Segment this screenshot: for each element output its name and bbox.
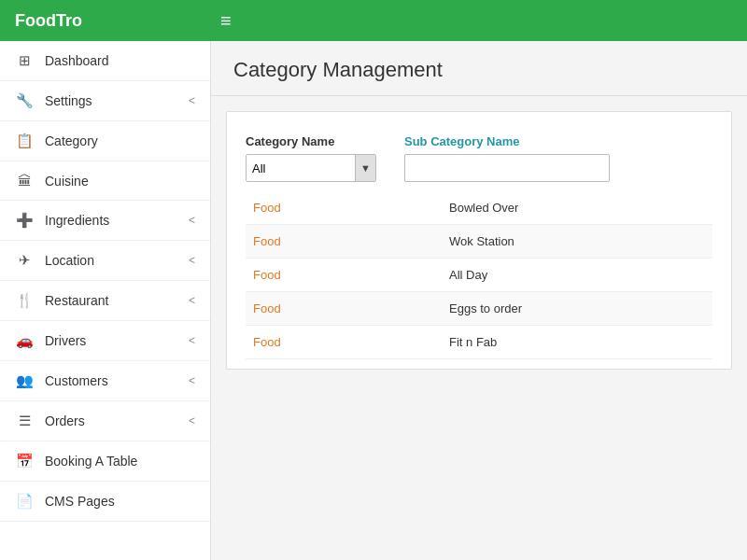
settings-icon: 🔧 [15,92,34,109]
sidebar-item-label-orders: Orders [45,413,189,428]
restaurant-icon: 🍴 [15,292,34,309]
category-filter-col: Category Name AllFoodDrinksDesserts ▼ [246,134,376,182]
sub-category-cell: Wok Station [442,225,712,259]
cuisine-icon: 🏛 [15,173,34,189]
sidebar-item-label-cuisine: Cuisine [45,174,195,189]
brand-logo: FoodTro [15,11,211,31]
table-row: FoodWok Station [246,225,712,259]
main-layout: ⊞Dashboard🔧Settings<📋Category🏛Cuisine➕In… [0,41,747,560]
sidebar: ⊞Dashboard🔧Settings<📋Category🏛Cuisine➕In… [0,41,211,560]
sub-category-name-label: Sub Category Name [404,134,610,148]
sidebar-item-category[interactable]: 📋Category [0,121,210,161]
sidebar-item-cms[interactable]: 📄CMS Pages [0,482,210,522]
sidebar-item-drivers[interactable]: 🚗Drivers< [0,321,210,361]
category-icon: 📋 [15,133,34,149]
table-row: FoodEggs to order [246,292,712,326]
booking-icon: 📅 [15,453,34,469]
sidebar-item-booking[interactable]: 📅Booking A Table [0,441,210,482]
sidebar-item-label-settings: Settings [45,93,189,108]
sub-category-cell: Bowled Over [442,191,712,225]
category-select[interactable]: AllFoodDrinksDesserts [247,158,355,179]
table-container: Category Name AllFoodDrinksDesserts ▼ Su… [226,111,732,370]
top-header: FoodTro ≡ [0,0,747,41]
cms-icon: 📄 [15,493,34,510]
chevron-icon-settings: < [189,94,195,107]
sub-category-cell: Eggs to order [442,292,712,326]
filter-row: Category Name AllFoodDrinksDesserts ▼ Su… [246,134,712,182]
location-icon: ✈ [15,252,34,269]
page-title: Category Management [211,41,747,96]
sidebar-item-label-cms: CMS Pages [45,494,195,509]
chevron-icon-ingredients: < [189,214,195,227]
chevron-icon-orders: < [189,414,195,427]
sidebar-item-ingredients[interactable]: ➕Ingredients< [0,201,210,241]
table-row: FoodAll Day [246,259,712,292]
chevron-icon-location: < [189,254,195,267]
orders-icon: ☰ [15,413,34,429]
sidebar-item-dashboard[interactable]: ⊞Dashboard [0,41,210,81]
sidebar-item-label-customers: Customers [45,373,189,388]
sub-category-cell: All Day [442,259,712,292]
category-cell: Food [246,191,442,225]
sidebar-item-customers[interactable]: 👥Customers< [0,361,210,401]
ingredients-icon: ➕ [15,212,34,229]
content-area: Category Management Category Name AllFoo… [211,41,747,560]
subcategory-filter-col: Sub Category Name [404,134,610,182]
sidebar-item-location[interactable]: ✈Location< [0,241,210,281]
dashboard-icon: ⊞ [15,52,34,69]
sidebar-item-label-ingredients: Ingredients [45,213,189,228]
sidebar-item-label-restaurant: Restaurant [45,293,189,308]
sub-category-cell: Fit n Fab [442,326,712,359]
category-cell: Food [246,259,442,292]
sidebar-item-settings[interactable]: 🔧Settings< [0,81,210,121]
category-cell: Food [246,326,442,359]
sidebar-item-label-dashboard: Dashboard [45,53,195,68]
chevron-icon-customers: < [189,374,195,387]
sidebar-item-label-booking: Booking A Table [45,454,195,469]
sidebar-item-label-category: Category [45,133,195,148]
sidebar-item-orders[interactable]: ☰Orders< [0,401,210,441]
hamburger-icon[interactable]: ≡ [220,10,232,32]
category-name-label: Category Name [246,134,376,148]
category-cell: Food [246,292,442,326]
sidebar-item-restaurant[interactable]: 🍴Restaurant< [0,281,210,321]
sidebar-item-label-location: Location [45,253,189,268]
chevron-icon-restaurant: < [189,294,195,307]
drivers-icon: 🚗 [15,332,34,349]
select-arrow-icon[interactable]: ▼ [355,155,375,181]
sidebar-item-cuisine[interactable]: 🏛Cuisine [0,161,210,201]
sub-category-input[interactable] [404,154,610,182]
category-cell: Food [246,225,442,259]
chevron-icon-drivers: < [189,334,195,347]
category-select-wrapper[interactable]: AllFoodDrinksDesserts ▼ [246,154,376,182]
table-row: FoodFit n Fab [246,326,712,359]
sidebar-item-label-drivers: Drivers [45,333,189,348]
table-row: FoodBowled Over [246,191,712,225]
data-table: FoodBowled OverFoodWok StationFoodAll Da… [246,191,712,359]
customers-icon: 👥 [15,372,34,389]
